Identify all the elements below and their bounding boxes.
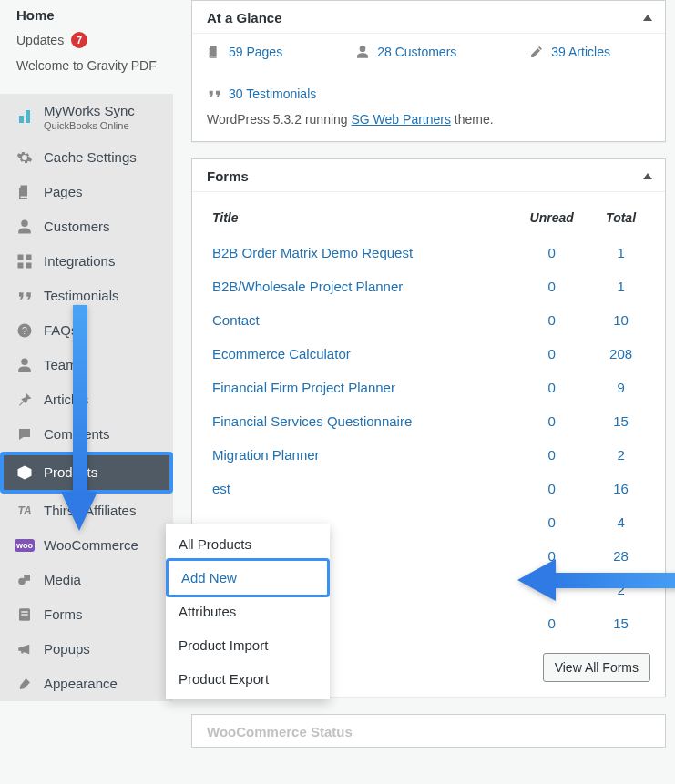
table-row: Contact 0 10 xyxy=(207,303,650,337)
submenu-product-import[interactable]: Product Import xyxy=(166,628,330,662)
form-title-link[interactable]: B2B Order Matrix Demo Request xyxy=(212,245,413,260)
unread-link[interactable]: 0 xyxy=(547,413,555,429)
nav-cache-settings[interactable]: Cache Settings xyxy=(0,140,173,175)
nav-home[interactable]: Home xyxy=(16,7,162,23)
form-title-link[interactable]: Financial Services Questionnaire xyxy=(212,413,412,429)
svg-rect-3 xyxy=(26,262,32,268)
cell-unread: 0 xyxy=(512,404,591,438)
comment-icon xyxy=(16,426,33,443)
cell-title: Migration Planner xyxy=(207,438,512,472)
nav-products[interactable]: Products xyxy=(0,452,173,494)
submenu-attributes[interactable]: Attributes xyxy=(166,595,330,628)
glance-customers[interactable]: 28 Customers xyxy=(355,45,456,59)
cell-title: B2B Order Matrix Demo Request xyxy=(207,236,512,270)
cell-title: Ecommerce Calculator xyxy=(207,337,512,371)
unread-link[interactable]: 0 xyxy=(547,514,555,530)
nav-appearance[interactable]: Appearance xyxy=(0,667,173,701)
form-title-link[interactable]: Financial Firm Project Planner xyxy=(212,380,395,395)
nav-customers[interactable]: Customers xyxy=(0,209,173,244)
unread-link[interactable]: 0 xyxy=(547,312,555,328)
total-link[interactable]: 28 xyxy=(613,548,629,564)
unread-link[interactable]: 0 xyxy=(547,447,555,463)
form-title-link[interactable]: Migration Planner xyxy=(212,447,320,463)
form-title-link[interactable]: B2B/Wholesale Project Planner xyxy=(212,279,403,294)
nav-testimonials[interactable]: Testimonials xyxy=(0,279,173,313)
unread-link[interactable]: 0 xyxy=(547,380,555,395)
ta-icon: TA xyxy=(16,503,33,519)
form-title-link[interactable]: Contact xyxy=(212,312,260,328)
total-link[interactable]: 1 xyxy=(617,279,624,294)
pencil-icon xyxy=(529,45,544,59)
glance-pages[interactable]: 59 Pages xyxy=(207,45,282,59)
unread-link[interactable]: 0 xyxy=(547,279,555,294)
total-link[interactable]: 2 xyxy=(617,447,624,463)
nav-updates[interactable]: Updates 7 xyxy=(16,32,162,48)
total-link[interactable]: 4 xyxy=(617,514,624,530)
nav-forms[interactable]: Forms xyxy=(0,597,173,632)
nav-popups[interactable]: Popups xyxy=(0,632,173,667)
nav-label: MyWorks Sync xyxy=(44,103,135,118)
nav-thirstyaffiliates[interactable]: TA ThirstyAffiliates xyxy=(0,494,173,528)
nav-faqs[interactable]: ? FAQs xyxy=(0,313,173,348)
glance-text: 28 Customers xyxy=(377,45,456,59)
nav-myworks-sync[interactable]: MyWorks Sync QuickBooks Online xyxy=(0,94,173,140)
svg-rect-9 xyxy=(21,611,28,613)
nav-media[interactable]: Media xyxy=(0,563,173,597)
nav-label: Customers xyxy=(44,219,164,234)
glance-articles[interactable]: 39 Articles xyxy=(529,45,610,59)
products-submenu: All Products Add New Attributes Product … xyxy=(166,524,330,699)
cell-unread: 0 xyxy=(512,303,591,337)
media-icon xyxy=(16,572,33,588)
form-title-link[interactable]: est xyxy=(212,481,230,496)
total-link[interactable]: 10 xyxy=(613,312,629,328)
pages-icon xyxy=(207,45,221,59)
total-link[interactable]: 208 xyxy=(609,346,632,361)
megaphone-icon xyxy=(16,641,33,657)
collapse-toggle-icon[interactable] xyxy=(643,173,652,179)
submenu-all-products[interactable]: All Products xyxy=(166,527,330,561)
unread-link[interactable]: 0 xyxy=(547,548,555,564)
nav-label: Integrations xyxy=(44,253,164,269)
unread-link[interactable]: 0 xyxy=(547,481,555,496)
unread-link[interactable]: 0 xyxy=(547,346,555,361)
cell-total: 9 xyxy=(591,371,650,404)
form-title-link[interactable]: Ecommerce Calculator xyxy=(212,346,351,361)
total-link[interactable]: 9 xyxy=(617,380,624,395)
cell-total: 16 xyxy=(591,472,650,505)
nav-articles[interactable]: Articles xyxy=(0,382,173,417)
cell-total: 15 xyxy=(591,606,650,640)
submenu-product-export[interactable]: Product Export xyxy=(166,662,330,696)
total-link[interactable]: 15 xyxy=(613,413,629,429)
glance-testimonials[interactable]: 30 Testimonials xyxy=(207,87,316,101)
table-row: B2B Order Matrix Demo Request 0 1 xyxy=(207,236,650,270)
glance-text: 30 Testimonials xyxy=(229,87,316,101)
total-link[interactable]: 16 xyxy=(613,481,629,496)
unread-link[interactable]: 0 xyxy=(547,616,555,631)
brush-icon xyxy=(16,676,33,692)
nav-team[interactable]: Team xyxy=(0,348,173,382)
nav-label: Forms xyxy=(44,606,164,622)
nav-integrations[interactable]: Integrations xyxy=(0,244,173,279)
nav-woocommerce[interactable]: woo WooCommerce xyxy=(0,528,173,563)
collapse-toggle-icon[interactable] xyxy=(643,15,652,21)
panel-title: WooCommerce Status xyxy=(207,724,353,739)
updates-count-badge: 7 xyxy=(71,32,87,48)
cell-total: 15 xyxy=(591,404,650,438)
nav-pages[interactable]: Pages xyxy=(0,175,173,209)
panel-title: At a Glance xyxy=(207,10,282,25)
nav-comments[interactable]: Comments xyxy=(0,417,173,452)
unread-link[interactable]: 0 xyxy=(547,582,555,597)
total-link[interactable]: 15 xyxy=(613,616,629,631)
view-all-forms-button[interactable]: View All Forms xyxy=(543,653,650,682)
cell-unread: 0 xyxy=(512,337,591,371)
submenu-add-new[interactable]: Add New xyxy=(166,558,330,597)
cell-total: 28 xyxy=(591,539,650,573)
total-link[interactable]: 1 xyxy=(617,245,624,260)
table-row: B2B/Wholesale Project Planner 0 1 xyxy=(207,270,650,303)
unread-link[interactable]: 0 xyxy=(547,245,555,260)
total-link[interactable]: 2 xyxy=(617,582,624,597)
pages-icon xyxy=(16,184,33,200)
nav-welcome-gravity-pdf[interactable]: Welcome to Gravity PDF xyxy=(16,57,162,76)
cell-unread: 0 xyxy=(512,371,591,404)
theme-link[interactable]: SG Web Partners xyxy=(352,112,451,127)
